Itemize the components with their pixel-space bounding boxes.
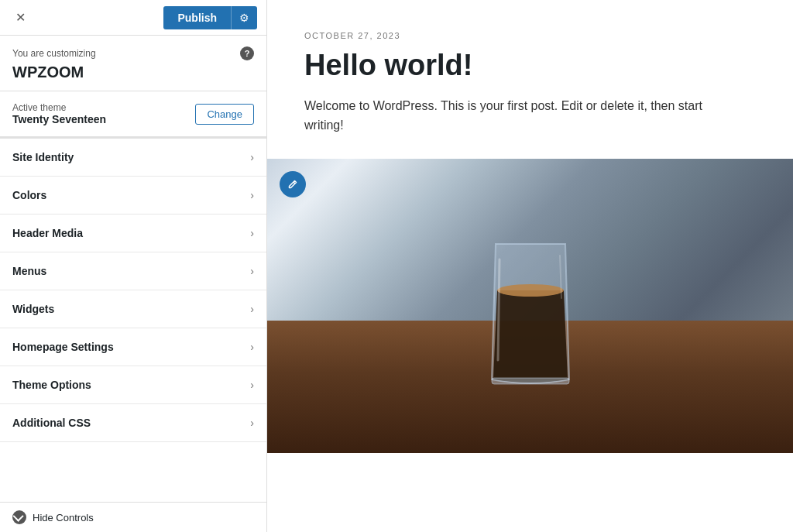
menu-item-label-widgets: Widgets <box>12 303 54 315</box>
sidebar: ✕ Publish ⚙ You are customizing ? WPZOOM… <box>0 0 267 532</box>
post-title: Hello world! <box>304 48 756 84</box>
menu-item-label-theme-options: Theme Options <box>12 379 91 391</box>
chevron-right-icon: › <box>250 265 254 277</box>
sidebar-item-colors[interactable]: Colors › <box>0 177 266 215</box>
publish-area: Publish ⚙ <box>163 6 257 29</box>
menu-item-label-menus: Menus <box>12 265 46 277</box>
svg-point-0 <box>497 284 564 297</box>
chevron-right-icon: › <box>250 341 254 353</box>
chevron-right-icon: › <box>250 189 254 201</box>
customizing-label: You are customizing ? <box>12 46 254 60</box>
chevron-right-icon: › <box>250 151 254 163</box>
menu-item-label-homepage-settings: Homepage Settings <box>12 341 114 353</box>
menu-item-label-site-identity: Site Identity <box>12 151 74 163</box>
edit-header-button[interactable] <box>280 171 306 197</box>
post-area: OCTOBER 27, 2023 Hello world! Welcome to… <box>267 0 793 159</box>
chevron-right-icon: › <box>250 227 254 239</box>
menu-item-label-additional-css: Additional CSS <box>12 417 91 429</box>
hide-controls-icon[interactable] <box>12 510 26 524</box>
active-theme-label: Active theme <box>12 102 106 113</box>
hide-controls-label[interactable]: Hide Controls <box>33 512 94 523</box>
post-content: Welcome to WordPress. This is your first… <box>304 96 723 136</box>
chevron-right-icon: › <box>250 379 254 391</box>
edit-overlay <box>267 159 793 453</box>
customizing-text: You are customizing <box>12 48 96 59</box>
post-date: OCTOBER 27, 2023 <box>304 31 756 40</box>
active-theme-section: Active theme Twenty Seventeen Change <box>0 91 266 139</box>
active-theme-name: Twenty Seventeen <box>12 113 106 125</box>
theme-info: Active theme Twenty Seventeen <box>12 102 106 125</box>
sidebar-item-additional-css[interactable]: Additional CSS › <box>0 404 266 442</box>
bottom-bar: Hide Controls <box>0 502 266 532</box>
sidebar-item-widgets[interactable]: Widgets › <box>0 290 266 328</box>
menu-item-label-header-media: Header Media <box>12 227 83 239</box>
gear-button[interactable]: ⚙ <box>231 6 257 29</box>
sidebar-item-site-identity[interactable]: Site Identity › <box>0 139 266 177</box>
topbar: ✕ Publish ⚙ <box>0 0 266 36</box>
menu-item-label-colors: Colors <box>12 189 46 201</box>
preview-panel: OCTOBER 27, 2023 Hello world! Welcome to… <box>267 0 793 532</box>
coffee-image <box>267 159 793 453</box>
change-theme-button[interactable]: Change <box>195 104 254 125</box>
site-name: WPZOOM <box>12 63 254 81</box>
svg-rect-1 <box>492 378 569 384</box>
menu-list: Site Identity › Colors › Header Media › … <box>0 139 266 502</box>
sidebar-item-homepage-settings[interactable]: Homepage Settings › <box>0 328 266 366</box>
sidebar-item-theme-options[interactable]: Theme Options › <box>0 366 266 404</box>
help-icon[interactable]: ? <box>240 46 254 60</box>
close-button[interactable]: ✕ <box>9 7 32 28</box>
sidebar-item-header-media[interactable]: Header Media › <box>0 215 266 252</box>
chevron-right-icon: › <box>250 417 254 429</box>
customizing-info: You are customizing ? WPZOOM <box>0 36 266 91</box>
chevron-right-icon: › <box>250 303 254 315</box>
sidebar-item-menus[interactable]: Menus › <box>0 252 266 290</box>
publish-button[interactable]: Publish <box>163 6 231 29</box>
